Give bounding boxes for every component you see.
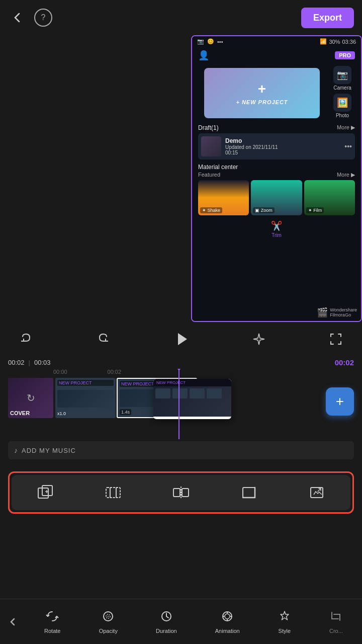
svg-rect-8 <box>173 489 180 497</box>
photo-icon: 📷 <box>197 38 204 45</box>
svg-rect-11 <box>243 488 255 498</box>
shake-tag: ✦ Shake <box>200 207 222 213</box>
new-project-label: + NEW PROJECT <box>236 99 288 105</box>
replace-tool[interactable] <box>302 480 332 505</box>
clip1-speed: x1.0 <box>57 411 114 416</box>
phone-preview: 📷 😊 ••• 📶 30% 03:36 👤 PRO + + NE <box>191 35 362 322</box>
playback-controls <box>0 322 362 356</box>
nav-item-style[interactable]: Style <box>274 607 295 637</box>
logo-text: Wondershare FilmoraGo <box>330 307 357 317</box>
new-project-section: + + NEW PROJECT 📷 Camera 🖼️ Photo <box>198 66 355 120</box>
material-section: Material center Featured More ▶ ✦ Shake … <box>192 162 361 217</box>
svg-marker-0 <box>178 333 187 345</box>
trim-label: Trim <box>272 232 282 238</box>
camera-photo-column: 📷 Camera 🖼️ Photo <box>330 66 355 120</box>
draft-section: Draft(1) More ▶ Demo Updated on 2021/11/… <box>192 122 361 162</box>
timeline-area[interactable]: 00:00 00:02 ↻ COVER NEW PROJECT x1.0 <box>0 369 362 439</box>
top-bar-left: ? <box>8 9 52 27</box>
duplicate-tool[interactable] <box>30 480 60 505</box>
resize-tool[interactable] <box>234 480 264 505</box>
top-bar: ? Export <box>0 0 362 35</box>
refresh-icon: ↻ <box>27 392 35 404</box>
ruler-02: 00:02 <box>108 369 122 375</box>
photo-button[interactable]: 🖼️ Photo <box>330 94 355 118</box>
draft-item-demo[interactable]: Demo Updated on 2021/11/11 00:15 ••• <box>198 133 355 159</box>
draft-menu[interactable]: ••• <box>344 142 352 150</box>
cover-clip[interactable]: ↻ COVER <box>8 378 53 418</box>
phone-bottom-bar: ✂️ Trim 🎬 Wondershare FilmoraGo <box>192 217 361 239</box>
film-tag: ✦ Film <box>306 207 324 213</box>
zoom-tag: ▣ Zoom <box>253 207 275 213</box>
svg-rect-9 <box>182 489 189 497</box>
time-total: 00:03 <box>34 359 51 366</box>
popup-title: NEW PROJECT <box>153 379 231 386</box>
draft-title: Draft(1) <box>198 124 219 131</box>
preview-area: 📷 😊 ••• 📶 30% 03:36 👤 PRO + + NE <box>0 35 362 322</box>
clip-segment-1[interactable]: NEW PROJECT x1.0 <box>55 378 116 418</box>
redo-button[interactable] <box>92 328 114 350</box>
clip2-duration: 1.4s <box>120 409 131 415</box>
draft-name: Demo <box>225 137 278 144</box>
time-display: 03:36 <box>342 39 356 45</box>
nav-item-rotate[interactable]: Rotate <box>40 607 64 637</box>
more-icon: ••• <box>217 39 223 45</box>
svg-point-17 <box>108 616 109 617</box>
toolbar <box>12 475 350 510</box>
featured-more[interactable]: More ▶ <box>337 172 355 178</box>
trim-tool[interactable] <box>98 480 128 505</box>
help-button[interactable]: ? <box>34 9 52 27</box>
svg-point-20 <box>225 614 230 619</box>
timeline-time: 00:02 | 00:03 00:02 <box>0 356 362 369</box>
svg-rect-5 <box>106 488 120 498</box>
nav-item-crop[interactable]: Cro... <box>325 607 347 637</box>
export-button[interactable]: Export <box>301 8 354 28</box>
rotate-label: Rotate <box>44 628 60 634</box>
duration-label: Duration <box>156 628 177 634</box>
nav-item-animation[interactable]: Animation <box>211 607 244 637</box>
timeline-ruler: 00:00 00:02 <box>8 369 354 375</box>
music-label: ADD MY MUSIC <box>22 447 76 454</box>
nav-item-opacity[interactable]: Opacity <box>95 607 122 637</box>
new-project-button[interactable]: + + NEW PROJECT <box>204 68 320 118</box>
draft-duration: 00:15 <box>225 150 278 155</box>
avatar-icon: 😊 <box>207 38 214 45</box>
cover-label: COVER <box>10 410 30 416</box>
trim-button[interactable]: ✂️ Trim <box>271 220 282 238</box>
magic-button[interactable] <box>248 328 270 350</box>
bottom-nav: Rotate Opacity Duration <box>0 599 362 644</box>
featured-items: ✦ Shake ▣ Zoom ✦ Film <box>198 180 355 215</box>
time-separator: | <box>29 359 30 366</box>
ruler-00: 00:00 <box>53 369 67 375</box>
playhead <box>178 369 179 439</box>
camera-label: Camera <box>333 85 351 91</box>
back-button[interactable] <box>8 9 26 27</box>
music-track[interactable]: ♪ ADD MY MUSIC <box>8 441 354 459</box>
nav-back-button[interactable] <box>0 599 25 644</box>
featured-label: Featured <box>198 172 220 178</box>
featured-thumb-zoom[interactable]: ▣ Zoom <box>251 180 302 215</box>
svg-rect-2 <box>42 486 52 496</box>
draft-updated: Updated on 2021/11/11 <box>225 144 278 150</box>
opacity-label: Opacity <box>99 628 118 634</box>
popup-content <box>153 386 231 417</box>
signal-icon: 📶 <box>320 38 327 45</box>
nav-items: Rotate Opacity Duration <box>25 607 362 637</box>
phone-status-bar: 📷 😊 ••• 📶 30% 03:36 <box>192 36 361 47</box>
featured-thumb-shake[interactable]: ✦ Shake <box>198 180 249 215</box>
photo-label: Photo <box>336 113 349 118</box>
undo-button[interactable] <box>15 328 37 350</box>
add-clip-button[interactable]: + <box>326 387 354 416</box>
clip1-thumb <box>57 390 114 408</box>
featured-thumb-film[interactable]: ✦ Film <box>304 180 355 215</box>
draft-thumbnail <box>201 136 221 156</box>
style-label: Style <box>279 628 291 634</box>
fullscreen-button[interactable] <box>325 328 347 350</box>
play-button[interactable] <box>169 327 193 351</box>
draft-more[interactable]: More ▶ <box>337 124 355 131</box>
camera-button[interactable]: 📷 Camera <box>330 66 355 91</box>
nav-item-duration[interactable]: Duration <box>152 607 181 637</box>
split-tool[interactable] <box>166 480 196 505</box>
pro-badge: PRO <box>335 51 355 59</box>
clip1-toplabel: NEW PROJECT <box>57 380 114 386</box>
user-icon: 👤 <box>198 50 209 61</box>
